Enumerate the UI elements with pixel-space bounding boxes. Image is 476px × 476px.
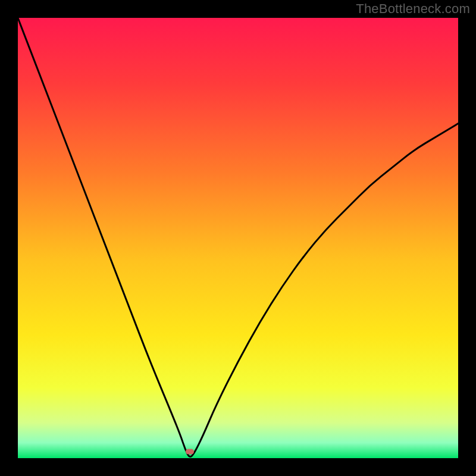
optimal-point-marker bbox=[186, 449, 194, 454]
chart-container: TheBottleneck.com bbox=[0, 0, 476, 476]
gradient-background bbox=[18, 18, 458, 458]
plot-svg bbox=[18, 18, 458, 458]
plot-area bbox=[18, 18, 458, 458]
watermark-text: TheBottleneck.com bbox=[356, 1, 470, 17]
